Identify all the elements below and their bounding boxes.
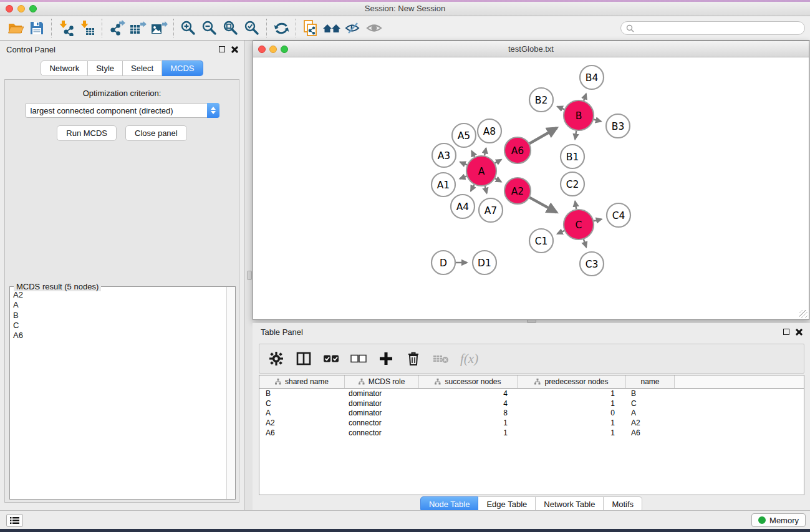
table-row[interactable]: Cdominator41C (259, 399, 804, 409)
table-row[interactable]: A2connector11A2 (259, 418, 804, 428)
graph-edge[interactable] (529, 198, 557, 213)
graph-edge[interactable] (594, 120, 601, 122)
graph-edge[interactable] (575, 131, 576, 140)
zoom-selected-icon[interactable] (241, 19, 263, 37)
table-cell[interactable]: 1 (419, 418, 518, 427)
zoom-fit-icon[interactable] (220, 19, 241, 37)
close-panel-button[interactable]: Close panel (125, 125, 187, 141)
column-header-name[interactable]: name (626, 375, 675, 388)
network-zoom-button[interactable] (281, 46, 288, 53)
table-cell[interactable]: A2 (626, 418, 675, 427)
graph-edge[interactable] (495, 178, 501, 181)
show-status-dialog-button[interactable] (6, 514, 23, 527)
apply-layout-icon[interactable] (271, 19, 292, 37)
add-column-icon[interactable] (378, 351, 394, 367)
table-cell[interactable]: A6 (259, 428, 345, 437)
table-cell[interactable]: 1 (518, 389, 626, 398)
zoom-out-icon[interactable] (199, 19, 220, 37)
table-cell[interactable]: C (259, 399, 345, 408)
table-row[interactable]: Adominator80A (259, 408, 804, 418)
show-all-icon[interactable] (364, 19, 385, 37)
network-canvas[interactable]: B4B2BB3A8A5A6A3B1AC2A1A2A4A7C4CC1DD1C3 (253, 57, 809, 319)
memory-button[interactable]: Memory (751, 513, 806, 527)
graph-edge[interactable] (557, 107, 564, 110)
graph-edge[interactable] (594, 219, 601, 221)
mcds-result-item[interactable]: A2 (13, 290, 223, 300)
table-cell[interactable]: 4 (419, 389, 518, 398)
table-cell[interactable]: connector (345, 428, 419, 437)
table-cell[interactable]: 1 (419, 428, 518, 437)
graph-edge[interactable] (471, 151, 475, 157)
table-cell[interactable]: C (626, 399, 675, 408)
table-options-icon[interactable] (268, 351, 284, 367)
export-image-icon[interactable] (148, 19, 170, 37)
column-header-predecessor-nodes[interactable]: predecessor nodes (518, 375, 626, 388)
graph-edge[interactable] (495, 160, 501, 163)
network-minimize-button[interactable] (269, 46, 277, 53)
close-window-button[interactable] (6, 5, 13, 12)
table-cell[interactable]: connector (345, 418, 419, 427)
table-row[interactable]: A6connector11A6 (259, 428, 804, 438)
tab-mcds[interactable]: MCDS (162, 60, 203, 76)
graph-edge[interactable] (557, 231, 564, 234)
tab-select[interactable]: Select (123, 60, 162, 76)
split-view-icon[interactable] (296, 351, 312, 367)
table-cell[interactable]: dominator (345, 399, 419, 408)
mcds-result-scrollbar[interactable] (226, 287, 235, 499)
table-cell[interactable]: B (626, 389, 675, 398)
float-panel-icon[interactable] (219, 46, 225, 52)
first-neighbors-icon[interactable] (321, 19, 342, 37)
save-session-icon[interactable] (26, 19, 47, 37)
table-cell[interactable]: 1 (518, 428, 626, 437)
export-table-icon[interactable] (127, 19, 148, 37)
graph-edge[interactable] (584, 239, 586, 248)
mcds-result-item[interactable]: A (13, 300, 223, 310)
table-cell[interactable]: B (259, 389, 345, 398)
vertical-splitter-grip[interactable] (247, 271, 252, 280)
table-cell[interactable]: A2 (259, 418, 345, 427)
table-cell[interactable]: 8 (419, 409, 518, 417)
table-cell[interactable]: 1 (518, 399, 626, 408)
network-close-button[interactable] (258, 46, 266, 53)
network-window-titlebar[interactable]: testGlobe.txt (253, 41, 809, 57)
delete-column-icon[interactable] (405, 351, 422, 367)
new-network-from-selection-icon[interactable] (300, 19, 321, 37)
graph-edge[interactable] (460, 162, 467, 165)
window-resize-grip[interactable] (799, 310, 808, 318)
table-cell[interactable]: 1 (518, 418, 626, 427)
optimization-criterion-select[interactable]: largest connected component (directed) (25, 103, 219, 118)
minimize-window-button[interactable] (17, 5, 25, 12)
import-table-icon[interactable] (77, 19, 98, 37)
graph-edge[interactable] (485, 148, 486, 155)
close-panel-icon[interactable] (231, 46, 238, 53)
table-cell[interactable]: 4 (419, 399, 518, 408)
mcds-result-item[interactable]: C (13, 321, 223, 331)
hide-selected-icon[interactable] (342, 19, 364, 37)
column-header-mcds-role[interactable]: MCDS role (345, 375, 419, 388)
graph-edge[interactable] (584, 94, 586, 100)
search-input[interactable] (637, 24, 799, 32)
search-box[interactable] (620, 21, 805, 35)
table-cell[interactable]: 0 (518, 409, 626, 417)
node-table-header[interactable]: shared name MCDS role successor nodes pr… (259, 375, 804, 389)
mcds-result-list[interactable]: A2ABCA6 (11, 289, 226, 498)
select-all-columns-icon[interactable] (323, 351, 339, 367)
close-table-panel-icon[interactable] (795, 329, 802, 336)
zoom-in-icon[interactable] (178, 19, 199, 37)
graph-edge[interactable] (575, 201, 576, 210)
float-table-panel-icon[interactable] (783, 329, 789, 335)
deselect-all-columns-icon[interactable] (350, 351, 367, 367)
mcds-result-item[interactable]: B (13, 311, 223, 321)
table-cell[interactable]: dominator (345, 389, 419, 398)
table-cell[interactable]: A6 (626, 428, 675, 437)
graph-edge[interactable] (471, 185, 474, 191)
tab-style[interactable]: Style (88, 60, 123, 76)
table-row[interactable]: Bdominator41B (259, 389, 804, 399)
table-cell[interactable]: dominator (345, 409, 419, 417)
tab-network[interactable]: Network (41, 60, 88, 76)
graph-edge[interactable] (529, 128, 557, 143)
import-network-icon[interactable] (55, 19, 77, 37)
table-cell[interactable]: A (259, 409, 345, 417)
zoom-window-button[interactable] (29, 5, 37, 12)
mcds-result-item[interactable]: A6 (13, 331, 223, 341)
